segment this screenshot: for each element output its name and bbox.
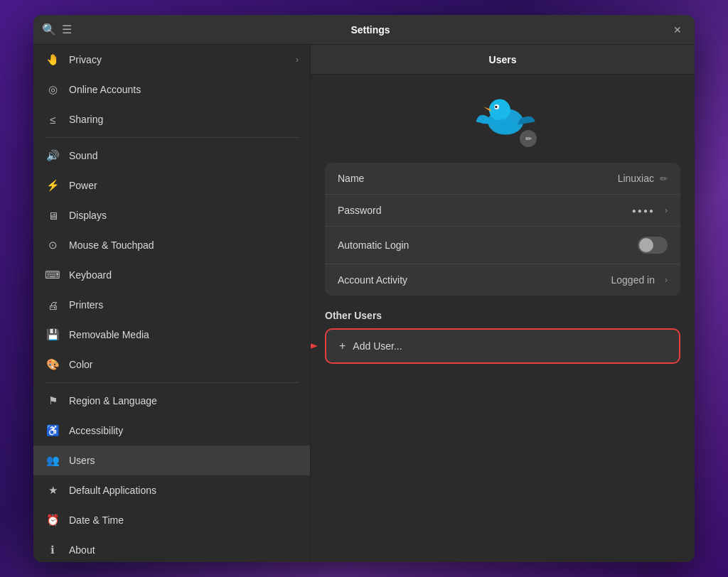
default-apps-icon: ★ [45,482,60,498]
accessibility-icon: ♿ [45,423,60,438]
removable-media-icon: 💾 [45,327,60,343]
add-user-label: Add User... [353,340,402,352]
sidebar-item-online-accounts[interactable]: ◎ Online Accounts [33,75,310,104]
sidebar-label-keyboard: Keyboard [69,269,112,281]
sharing-icon: ≤ [45,112,60,127]
sidebar-item-printers[interactable]: 🖨 Printers [33,290,310,320]
account-activity-row[interactable]: Account Activity Logged in › [325,264,680,296]
svg-point-1 [489,99,510,121]
sidebar-label-displays: Displays [69,210,107,221]
auto-login-toggle[interactable] [638,237,668,254]
user-info-card: Name Linuxiac ✏ Password ●●●● › [325,163,680,296]
add-user-button[interactable]: + Add User... [325,328,680,364]
color-icon: 🎨 [45,357,60,372]
sidebar-label-removable-media: Removable Media [69,329,149,340]
divider-2 [45,382,299,383]
sound-icon: 🔊 [45,148,60,163]
users-icon: 👥 [45,453,60,468]
arrow-indicator [311,335,319,357]
avatar-edit-button[interactable]: ✏ [520,130,537,147]
sidebar-item-sharing[interactable]: ≤ Sharing [33,104,310,134]
sidebar-label-date-time: Date & Time [69,514,124,526]
sidebar-item-removable-media[interactable]: 💾 Removable Media [33,320,310,350]
other-users-row: + Add User... [325,328,680,364]
plus-icon: + [339,340,346,352]
search-icon[interactable]: 🔍 [42,23,56,36]
sidebar-label-power: Power [69,180,97,191]
sidebar-label-default-applications: Default Applications [69,485,156,496]
other-users-label: Other Users [325,310,680,321]
sidebar-label-privacy: Privacy [69,54,102,65]
name-label: Name [338,173,618,184]
activity-chevron-icon: › [665,275,668,285]
printers-icon: 🖨 [45,297,60,313]
main-panel: Users [311,45,695,562]
sidebar-item-accessibility[interactable]: ♿ Accessibility [33,416,310,446]
date-time-icon: ⏰ [45,512,60,528]
mouse-icon: ⊙ [45,237,60,253]
name-row: Name Linuxiac ✏ [325,163,680,195]
sidebar-label-online-accounts: Online Accounts [69,84,141,95]
sidebar-item-default-applications[interactable]: ★ Default Applications [33,475,310,505]
sidebar-item-mouse-touchpad[interactable]: ⊙ Mouse & Touchpad [33,230,310,260]
sidebar-label-sound: Sound [69,150,97,161]
name-value: Linuxiac ✏ [618,173,668,184]
password-chevron-icon: › [665,205,668,215]
region-icon: ⚑ [45,393,60,409]
displays-icon: 🖥 [45,207,60,223]
sidebar-label-accessibility: Accessibility [69,425,123,436]
privacy-icon: 🤚 [45,52,60,68]
sidebar-item-displays[interactable]: 🖥 Displays [33,200,310,230]
panel-header: Users [311,45,695,75]
sidebar-item-power[interactable]: ⚡ Power [33,171,310,200]
password-row[interactable]: Password ●●●● › [325,195,680,227]
sidebar-item-about[interactable]: ℹ About [33,535,310,562]
keyboard-icon: ⌨ [45,267,60,283]
svg-point-4 [494,119,518,133]
arrow-svg [311,335,319,357]
sidebar: 🤚 Privacy › ◎ Online Accounts ≤ Sharing … [33,45,311,562]
divider-1 [45,137,299,138]
name-edit-icon[interactable]: ✏ [660,173,668,184]
sidebar-label-color: Color [69,359,92,370]
avatar-container: ✏ [467,89,538,149]
sidebar-label-mouse-touchpad: Mouse & Touchpad [69,239,154,251]
other-users-section: Other Users [325,310,680,364]
sidebar-item-region-language[interactable]: ⚑ Region & Language [33,386,310,416]
sidebar-label-sharing: Sharing [69,114,103,125]
window-content: 🤚 Privacy › ◎ Online Accounts ≤ Sharing … [33,45,695,562]
menu-icon[interactable]: ☰ [62,23,72,36]
sidebar-item-privacy[interactable]: 🤚 Privacy › [33,45,310,75]
panel-title: Users [489,54,517,65]
window-title: Settings [72,24,669,36]
toggle-knob [639,238,653,252]
password-dots: ●●●● [632,207,655,215]
sidebar-label-about: About [69,544,95,556]
sidebar-item-keyboard[interactable]: ⌨ Keyboard [33,260,310,290]
auto-login-label: Automatic Login [338,239,638,251]
account-activity-status: Logged in [611,274,655,286]
account-activity-label: Account Activity [338,274,611,286]
main-content: ✏ Name Linuxiac ✏ Password ●●●● [311,75,695,562]
svg-point-3 [495,106,497,108]
sidebar-label-printers: Printers [69,299,103,311]
auto-login-row: Automatic Login [325,227,680,264]
about-icon: ℹ [45,542,60,558]
account-activity-value: Logged in › [611,274,668,286]
password-label: Password [338,205,632,216]
username-text: Linuxiac [618,173,654,184]
password-value: ●●●● › [632,205,668,215]
sidebar-label-users: Users [69,455,95,466]
sidebar-item-users[interactable]: 👥 Users [33,446,310,475]
titlebar: 🔍 ☰ Settings ✕ [33,15,695,45]
settings-window: 🔍 ☰ Settings ✕ 🤚 Privacy › ◎ Online Acco… [33,15,695,562]
sidebar-item-date-time[interactable]: ⏰ Date & Time [33,505,310,535]
sidebar-item-color[interactable]: 🎨 Color [33,350,310,379]
close-button[interactable]: ✕ [669,21,686,38]
chevron-icon: › [296,55,299,65]
sidebar-item-sound[interactable]: 🔊 Sound [33,141,310,171]
avatar-section: ✏ [325,89,680,149]
online-accounts-icon: ◎ [45,82,60,97]
sidebar-label-region-language: Region & Language [69,395,157,406]
power-icon: ⚡ [45,178,60,193]
